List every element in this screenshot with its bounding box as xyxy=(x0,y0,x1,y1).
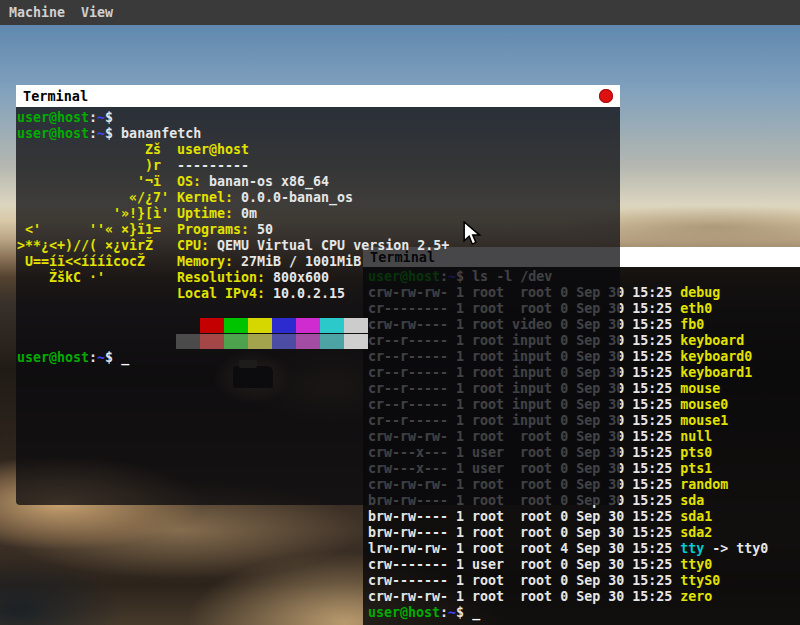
ls-filename: random xyxy=(680,477,728,492)
ls-filename: tty0 xyxy=(680,557,712,572)
text-cursor: _ xyxy=(121,350,129,365)
prompt-user: user@host xyxy=(17,126,89,141)
ascii-art: '»!}[ì' xyxy=(17,206,177,222)
window-title: Terminal xyxy=(23,88,88,104)
ls-row: crw-rw-rw- 1 root root 0 Sep 30 15:25 ze… xyxy=(368,589,800,605)
ls-details: crw------- 1 user root 0 Sep 30 15:25 xyxy=(368,557,680,572)
ascii-art: ŽškC ·' xyxy=(17,270,177,286)
front-terminal-titlebar[interactable]: Terminal xyxy=(16,85,620,107)
ls-filename: null xyxy=(680,429,712,444)
ls-row: brw-rw---- 1 root root 0 Sep 30 15:25 sd… xyxy=(368,525,800,541)
menu-item-view[interactable]: View xyxy=(81,5,113,20)
ls-filename: zero xyxy=(680,589,712,604)
ls-row: crw------- 1 user root 0 Sep 30 15:25 tt… xyxy=(368,557,800,573)
close-icon[interactable] xyxy=(599,89,613,103)
fetch-row: >**¿<+)//( ×¿vîrŽCPU: QEMU Virtual CPU v… xyxy=(17,238,620,254)
fetch-value: 800x600 xyxy=(265,270,329,285)
fetch-label: Local IPv4: xyxy=(177,286,265,301)
space xyxy=(113,350,121,365)
ls-filename: sda2 xyxy=(680,525,712,540)
color-swatch xyxy=(296,318,320,333)
fetch-label: Uptime: xyxy=(177,206,233,221)
ascii-art: >**¿<+)//( ×¿vîrŽ xyxy=(17,238,177,254)
blank-line xyxy=(17,302,620,318)
terminal-window-bananfetch: Terminal user@host:~$user@host:~$ bananf… xyxy=(16,85,620,505)
prompt-dollar: $ xyxy=(105,126,113,141)
prompt-dollar: $ xyxy=(105,110,113,125)
fetch-value: --------- xyxy=(177,158,249,173)
color-swatch xyxy=(344,318,368,333)
ls-filename: sda xyxy=(680,493,704,508)
ls-filename: ttyS0 xyxy=(680,573,720,588)
ls-filename: keyboard xyxy=(680,333,744,348)
color-swatch xyxy=(344,334,368,349)
fetch-value: 0m xyxy=(233,206,257,221)
prompt-user: user@host xyxy=(368,605,440,620)
ls-details: crw-rw-rw- 1 root root 0 Sep 30 15:25 xyxy=(368,589,680,604)
fetch-label: user@host xyxy=(177,142,249,157)
fetch-label: Kernel: xyxy=(177,190,233,205)
prompt-colon: : xyxy=(89,110,97,125)
fetch-label: Resolution: xyxy=(177,270,265,285)
prompt-path: ~ xyxy=(97,350,105,365)
ascii-art: )r xyxy=(17,158,177,174)
ascii-art: <' ''« ×}ï1= xyxy=(17,222,177,238)
ls-filename: mouse0 xyxy=(680,397,728,412)
fetch-label: Memory: xyxy=(177,254,233,269)
prompt-dollar: $ xyxy=(456,605,464,620)
command-text: bananfetch xyxy=(113,126,201,141)
color-swatch xyxy=(272,318,296,333)
fetch-row: )r--------- xyxy=(17,158,620,174)
color-palette-row xyxy=(17,318,620,334)
fetch-value: 10.0.2.15 xyxy=(265,286,345,301)
fetch-row: Zšuser@host xyxy=(17,142,620,158)
ascii-art: «/¿7' xyxy=(17,190,177,206)
color-swatch xyxy=(320,318,344,333)
prompt-line: user@host:~$ _ xyxy=(368,605,800,621)
fetch-value: 50 xyxy=(249,222,273,237)
ascii-art: Zš xyxy=(17,142,177,158)
terminal-content[interactable]: user@host:~$user@host:~$ bananfetch Zšus… xyxy=(16,107,620,505)
fetch-row: «/¿7'Kernel: 0.0.0-banan_os xyxy=(17,190,620,206)
fetch-value: 0.0.0-banan_os xyxy=(233,190,353,205)
mouse-pointer-icon xyxy=(463,221,482,248)
fetch-row: '»!}[ì'Uptime: 0m xyxy=(17,206,620,222)
color-swatch xyxy=(224,334,248,349)
prompt-colon: : xyxy=(89,350,97,365)
color-swatch xyxy=(248,334,272,349)
space xyxy=(464,605,472,620)
ls-row: brw-rw---- 1 root root 0 Sep 30 15:25 sd… xyxy=(368,509,800,525)
ls-details: lrw-rw-rw- 1 root root 4 Sep 30 15:25 xyxy=(368,541,680,556)
menubar: MachineView xyxy=(0,0,800,25)
color-swatch xyxy=(176,334,200,349)
ls-details: brw-rw---- 1 root root 0 Sep 30 15:25 xyxy=(368,509,680,524)
prompt-path: ~ xyxy=(448,605,456,620)
vm-screen: MachineView Terminal user@host:~$ ls -l … xyxy=(0,0,800,625)
prompt-path: ~ xyxy=(97,126,105,141)
prompt-colon: : xyxy=(89,126,97,141)
fetch-value: banan-os x86_64 xyxy=(201,174,329,189)
ls-filename: mouse xyxy=(680,381,720,396)
ls-filename: debug xyxy=(680,285,720,300)
color-palette-row xyxy=(17,334,620,350)
text-cursor: _ xyxy=(472,605,480,620)
fetch-value: 27MiB / 1001MiB xyxy=(233,254,361,269)
ls-details: brw-rw---- 1 root root 0 Sep 30 15:25 xyxy=(368,525,680,540)
color-swatch xyxy=(200,318,224,333)
ls-filename: pts0 xyxy=(680,445,712,460)
ls-filename: sda1 xyxy=(680,509,712,524)
color-swatch xyxy=(224,318,248,333)
ls-filename: mouse1 xyxy=(680,413,728,428)
prompt-dollar: $ xyxy=(105,350,113,365)
prompt-line: user@host:~$ _ xyxy=(17,350,620,366)
fetch-row: U==íï<<íííîcocŽMemory: 27MiB / 1001MiB xyxy=(17,254,620,270)
ls-link-target: -> tty0 xyxy=(704,541,768,556)
prompt-path: ~ xyxy=(97,110,105,125)
ls-filename: pts1 xyxy=(680,461,712,476)
ls-filename: keyboard1 xyxy=(680,365,752,380)
fetch-row: <' ''« ×}ï1=Programs: 50 xyxy=(17,222,620,238)
ls-filename: fb0 xyxy=(680,317,704,332)
ls-filename: tty xyxy=(680,541,704,556)
menu-item-machine[interactable]: Machine xyxy=(9,5,65,20)
ascii-art: U==íï<<íííîcocŽ xyxy=(17,254,177,270)
